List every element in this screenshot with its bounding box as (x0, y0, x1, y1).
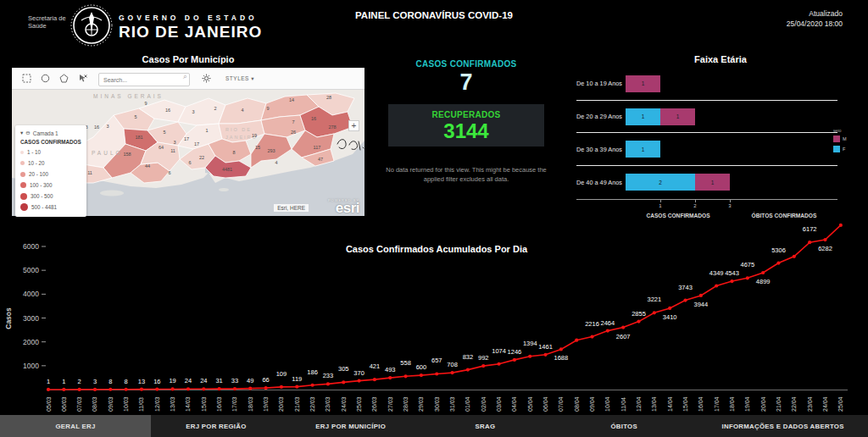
bar-segment-m[interactable]: 1 (626, 75, 660, 92)
data-point[interactable] (497, 362, 500, 366)
legend-item[interactable]: 500 - 4481 (20, 202, 81, 213)
data-point[interactable] (295, 385, 298, 389)
daily-cases-line-chart[interactable]: Casos Confirmados Acumulados Por DiaCaso… (0, 218, 868, 415)
municipality-case-count[interactable]: 7 (292, 119, 294, 124)
municipality-case-count[interactable]: 6 (188, 160, 191, 165)
data-point[interactable] (683, 298, 687, 301)
clear-selection-icon[interactable] (75, 71, 90, 86)
data-point[interactable] (47, 388, 50, 391)
data-point[interactable] (637, 319, 640, 323)
municipality-case-count[interactable]: 16 (311, 116, 316, 121)
layer-visibility-icon[interactable]: ⊖ (25, 130, 30, 136)
data-point[interactable] (62, 388, 65, 391)
basemap-gear-icon[interactable] (198, 71, 214, 86)
circle-select-icon[interactable] (37, 71, 53, 86)
data-point[interactable] (793, 255, 796, 258)
municipality-case-count[interactable]: 8 (232, 150, 235, 155)
data-point[interactable] (699, 294, 703, 297)
municipality-case-count[interactable]: 19 (252, 133, 257, 138)
data-point[interactable] (808, 241, 811, 244)
data-point[interactable] (761, 271, 765, 274)
data-point[interactable] (403, 374, 407, 378)
data-point[interactable] (388, 376, 392, 379)
municipality-case-count[interactable]: 4 (241, 108, 243, 113)
municipality-case-count[interactable]: 4 (275, 160, 277, 165)
sex-legend-item-f[interactable]: F (833, 146, 847, 152)
municipality-case-count[interactable]: 158 (123, 152, 131, 157)
data-point[interactable] (513, 358, 516, 362)
data-point[interactable] (155, 387, 159, 390)
data-point[interactable] (78, 388, 81, 391)
data-point[interactable] (93, 388, 97, 391)
municipality-case-count[interactable]: 47 (318, 157, 323, 162)
data-point[interactable] (590, 335, 593, 338)
data-point[interactable] (823, 238, 826, 241)
municipality-case-count[interactable]: 293 (267, 148, 275, 153)
map-viewport[interactable]: MINAS GERAIS PAULO RIO DE JANEIRO 316395… (12, 90, 364, 216)
municipality-case-count[interactable]: 278 (328, 124, 336, 130)
data-point[interactable] (776, 261, 780, 264)
municipality-case-count[interactable]: 11 (170, 148, 175, 153)
tab-erj-por-regi-o[interactable]: ERJ POR REGIÃO (151, 415, 281, 437)
bar-segment-f[interactable]: 1 (626, 108, 660, 125)
municipality-case-count[interactable]: 3 (192, 109, 194, 114)
legend-item[interactable]: 100 - 300 (20, 180, 81, 191)
legend-item[interactable]: 10 - 20 (20, 158, 81, 169)
data-point[interactable] (280, 385, 283, 389)
data-point[interactable] (559, 347, 563, 351)
data-point[interactable] (233, 387, 236, 390)
municipality-case-count[interactable]: 3 (173, 140, 175, 145)
municipality-case-count[interactable]: 1 (205, 128, 208, 133)
municipality-case-count[interactable]: 2 (214, 106, 216, 111)
data-point[interactable] (621, 325, 625, 329)
sex-legend-item-m[interactable]: M (833, 136, 847, 142)
tab-erj-por-munic-pio[interactable]: ERJ POR MUNICÍPIO (281, 415, 420, 437)
data-point[interactable] (125, 388, 128, 391)
bar-segment-f[interactable]: 1 (626, 141, 660, 158)
bar-segment-m[interactable]: 1 (660, 108, 695, 125)
municipality-case-count[interactable]: 16 (94, 124, 99, 130)
data-point[interactable] (373, 378, 376, 381)
data-point[interactable] (543, 353, 547, 357)
legend-item[interactable]: 20 - 100 (20, 169, 81, 180)
data-point[interactable] (140, 388, 143, 391)
municipality-case-count[interactable]: 44 (145, 163, 150, 169)
legend-item[interactable]: 1 - 10 (20, 147, 81, 158)
data-point[interactable] (358, 379, 361, 382)
municipality-case-count[interactable]: 17 (184, 136, 189, 141)
data-point[interactable] (186, 387, 190, 390)
tab-srag[interactable]: SRAG (420, 415, 551, 437)
data-point[interactable] (466, 368, 470, 371)
municipality-case-count[interactable]: 11 (87, 170, 92, 175)
data-point[interactable] (715, 284, 718, 287)
municipality-case-count[interactable]: 22 (199, 155, 204, 160)
data-point[interactable] (668, 307, 671, 310)
data-point[interactable] (653, 311, 656, 314)
map-zoom-in-button[interactable]: + (348, 120, 359, 131)
tab--bitos[interactable]: ÓBITOS (550, 415, 698, 437)
map-legend[interactable]: ▾ ⊖ Camada 1 CASOS CONFIRMADOS 1 - 1010 … (15, 125, 86, 217)
data-point[interactable] (311, 384, 314, 387)
data-point[interactable] (839, 224, 843, 227)
data-point[interactable] (171, 387, 175, 390)
data-point[interactable] (746, 276, 749, 279)
municipality-case-count[interactable]: 26 (291, 130, 296, 135)
legend-item[interactable]: 300 - 500 (20, 191, 81, 202)
data-point[interactable] (575, 339, 578, 342)
municipality-case-count[interactable]: 3 (106, 124, 108, 129)
municipality-case-count[interactable]: 64 (159, 145, 164, 150)
legend-caret-icon[interactable]: ▾ (20, 130, 23, 136)
bar-segment-f[interactable]: 2 (626, 174, 695, 191)
municipality-case-count[interactable]: 6 (168, 170, 170, 175)
data-point[interactable] (435, 372, 438, 375)
municipality-case-count[interactable]: 5 (163, 130, 165, 135)
municipality-case-count[interactable]: 16 (165, 108, 170, 113)
map-panel[interactable]: ⌕ STYLES ▾ (12, 68, 364, 216)
municipality-case-count[interactable]: 117 (314, 145, 321, 150)
bar-segment-m[interactable]: 1 (695, 174, 730, 191)
municipality-case-count[interactable]: 17 (194, 141, 199, 147)
data-point[interactable] (730, 279, 733, 283)
data-point[interactable] (108, 388, 112, 391)
data-point[interactable] (342, 380, 345, 384)
styles-dropdown[interactable]: STYLES ▾ (225, 75, 254, 82)
